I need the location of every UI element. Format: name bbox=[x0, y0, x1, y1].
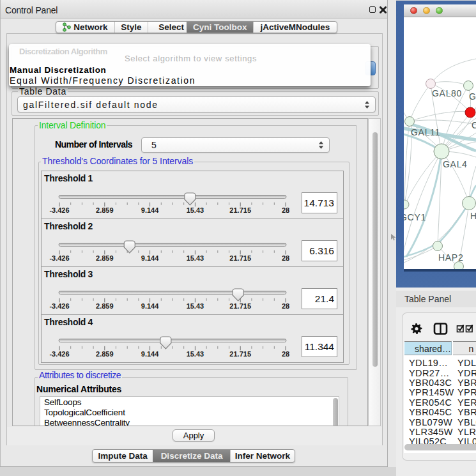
svg-text:9.144: 9.144 bbox=[141, 206, 159, 214]
svg-text:15.43: 15.43 bbox=[187, 206, 204, 214]
svg-text:GAL80: GAL80 bbox=[432, 88, 462, 98]
svg-text:21.715: 21.715 bbox=[229, 254, 251, 262]
svg-text:15.43: 15.43 bbox=[187, 302, 204, 310]
svg-text:2.859: 2.859 bbox=[96, 254, 114, 262]
svg-text:GAL11: GAL11 bbox=[411, 127, 440, 137]
svg-text:2.859: 2.859 bbox=[96, 302, 114, 310]
svg-text:HAP2: HAP2 bbox=[438, 252, 463, 263]
svg-text:-3.426: -3.426 bbox=[49, 206, 69, 214]
svg-text:C: C bbox=[472, 120, 476, 130]
svg-text:-3.426: -3.426 bbox=[49, 302, 69, 310]
svg-text:21.715: 21.715 bbox=[229, 350, 251, 358]
svg-text:-3.426: -3.426 bbox=[49, 350, 69, 358]
svg-text:21.715: 21.715 bbox=[229, 302, 251, 310]
svg-text:GAL4: GAL4 bbox=[443, 159, 468, 169]
svg-text:2.859: 2.859 bbox=[96, 206, 114, 214]
svg-text:9.144: 9.144 bbox=[141, 302, 159, 310]
svg-text:2.859: 2.859 bbox=[96, 350, 114, 358]
svg-text:15.43: 15.43 bbox=[187, 350, 204, 358]
svg-text:28: 28 bbox=[282, 350, 289, 358]
svg-text:9.144: 9.144 bbox=[141, 254, 159, 262]
svg-text:28: 28 bbox=[282, 206, 289, 214]
svg-text:G.: G. bbox=[469, 91, 476, 102]
svg-text:28: 28 bbox=[282, 302, 289, 310]
svg-text:21.715: 21.715 bbox=[229, 206, 251, 214]
svg-text:28: 28 bbox=[282, 254, 289, 262]
svg-text:GCY1: GCY1 bbox=[404, 212, 426, 222]
svg-text:15.43: 15.43 bbox=[187, 254, 204, 262]
svg-text:H: H bbox=[470, 211, 476, 221]
svg-text:9.144: 9.144 bbox=[141, 350, 159, 358]
svg-text:-3.426: -3.426 bbox=[49, 254, 69, 262]
